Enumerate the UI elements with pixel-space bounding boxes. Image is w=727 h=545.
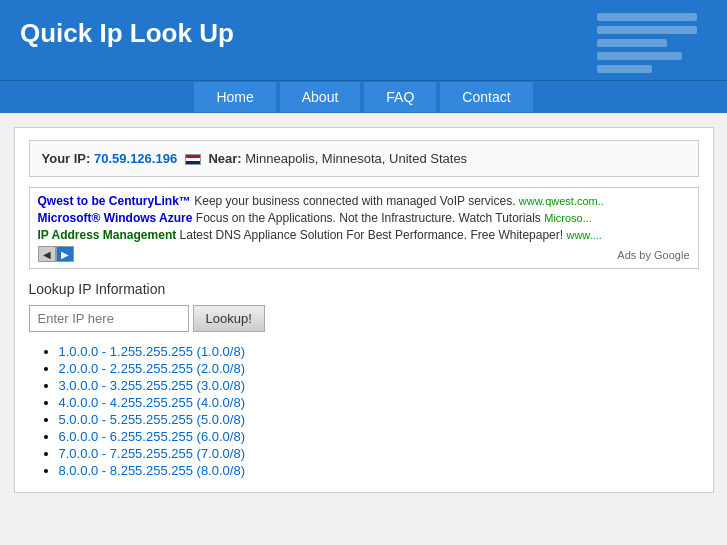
ad-text-3: Latest DNS Appliance Solution For Best P… (180, 228, 564, 242)
lookup-heading: Lookup IP Information (29, 281, 699, 297)
ad-prev-arrow[interactable]: ◀ (38, 246, 56, 262)
ad-text-1: Keep your business connected with manage… (194, 194, 515, 208)
list-item: 2.0.0.0 - 2.255.255.255 (2.0.0/8) (59, 361, 699, 376)
svg-rect-3 (597, 52, 682, 60)
ad-line-3: IP Address Management Latest DNS Applian… (38, 228, 690, 242)
lookup-button[interactable]: Lookup! (193, 305, 265, 332)
ad-line-2: Microsoft® Windows Azure Focus on the Ap… (38, 211, 690, 225)
list-item: 7.0.0.0 - 7.255.255.255 (7.0.0/8) (59, 446, 699, 461)
svg-rect-4 (597, 65, 652, 73)
list-item: 6.0.0.0 - 6.255.255.255 (6.0.0/8) (59, 429, 699, 444)
list-item: 1.0.0.0 - 1.255.255.255 (1.0.0/8) (59, 344, 699, 359)
ad-title-1[interactable]: Qwest to be CenturyLink™ (38, 194, 191, 208)
ip-info-bar: Your IP: 70.59.126.196 Near: Minneapolis… (29, 140, 699, 177)
ad-url-1: www.qwest.com.. (519, 195, 604, 207)
us-flag-icon (185, 154, 201, 165)
ip-range-link[interactable]: 3.0.0.0 - 3.255.255.255 (3.0.0/8) (59, 378, 245, 393)
header: Quick Ip Look Up (0, 0, 727, 80)
ip-range-link[interactable]: 7.0.0.0 - 7.255.255.255 (7.0.0/8) (59, 446, 245, 461)
main-content: Your IP: 70.59.126.196 Near: Minneapolis… (14, 127, 714, 493)
nav-about[interactable]: About (279, 81, 362, 113)
ad-title-3[interactable]: IP Address Management (38, 228, 177, 242)
ad-text-2: Focus on the Applications. Not the Infra… (196, 211, 541, 225)
list-item: 4.0.0.0 - 4.255.255.255 (4.0.0/8) (59, 395, 699, 410)
ip-range-link[interactable]: 5.0.0.0 - 5.255.255.255 (5.0.0/8) (59, 412, 245, 427)
ip-address: 70.59.126.196 (94, 151, 177, 166)
near-label: Near: (208, 151, 241, 166)
list-item: 8.0.0.0 - 8.255.255.255 (8.0.0/8) (59, 463, 699, 478)
your-ip-label: Your IP: (42, 151, 91, 166)
lookup-form: Lookup! (29, 305, 699, 332)
ads-by-google: Ads by Google (617, 249, 689, 261)
ip-range-link[interactable]: 2.0.0.0 - 2.255.255.255 (2.0.0/8) (59, 361, 245, 376)
ad-next-arrow[interactable]: ▶ (56, 246, 74, 262)
ip-range-items: 1.0.0.0 - 1.255.255.255 (1.0.0/8)2.0.0.0… (29, 344, 699, 478)
ip-range-link[interactable]: 1.0.0.0 - 1.255.255.255 (1.0.0/8) (59, 344, 245, 359)
lookup-section: Lookup IP Information Lookup! (29, 281, 699, 332)
ip-range-link[interactable]: 6.0.0.0 - 6.255.255.255 (6.0.0/8) (59, 429, 245, 444)
ad-title-2[interactable]: Microsoft® Windows Azure (38, 211, 193, 225)
ad-url-2: Microso... (544, 212, 592, 224)
list-item: 3.0.0.0 - 3.255.255.255 (3.0.0/8) (59, 378, 699, 393)
ad-box: Qwest to be CenturyLink™ Keep your busin… (29, 187, 699, 269)
page-title: Quick Ip Look Up (20, 18, 707, 49)
nav-contact[interactable]: Contact (439, 81, 533, 113)
ip-search-input[interactable] (29, 305, 189, 332)
ip-range-link[interactable]: 8.0.0.0 - 8.255.255.255 (8.0.0/8) (59, 463, 245, 478)
ip-range-link[interactable]: 4.0.0.0 - 4.255.255.255 (4.0.0/8) (59, 395, 245, 410)
navigation: Home About FAQ Contact (0, 80, 727, 113)
location-text: Minneapolis, Minnesota, United States (245, 151, 467, 166)
nav-home[interactable]: Home (193, 81, 276, 113)
ip-ranges-list: 1.0.0.0 - 1.255.255.255 (1.0.0/8)2.0.0.0… (29, 344, 699, 478)
nav-faq[interactable]: FAQ (363, 81, 437, 113)
ad-url-3: www.... (566, 229, 601, 241)
ad-line-1: Qwest to be CenturyLink™ Keep your busin… (38, 194, 690, 208)
list-item: 5.0.0.0 - 5.255.255.255 (5.0.0/8) (59, 412, 699, 427)
ad-navigation: ◀ ▶ Ads by Google (38, 246, 690, 262)
ad-arrows: ◀ ▶ (38, 246, 74, 262)
